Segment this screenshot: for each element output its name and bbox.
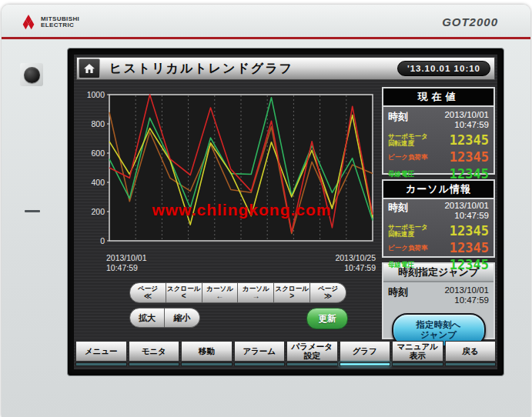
cursor-info-header: カーソル情報: [383, 181, 494, 199]
top-bezel-strip: MITSUBISHI ELECTRIC GOT2000: [2, 5, 530, 39]
cursor-param-row: サーボモータ 回転速度 12345: [383, 222, 494, 239]
tab-manual-display[interactable]: マニュアル 表示: [392, 341, 443, 366]
scroll-forward-button[interactable]: スクロール >: [274, 282, 310, 303]
chart-zoom-row: 拡大 縮小 更新: [129, 308, 346, 328]
y-tick-label: 1000: [87, 90, 105, 99]
time-jump-header: 時刻指定ジャンプ: [383, 264, 494, 282]
left-arrow-icon: ←: [216, 292, 224, 300]
zoom-out-button[interactable]: 縮小: [165, 308, 200, 328]
right-panel: 現在値 時刻 2013/10/01 10:47:59 サーボモータ 回転速度 1…: [382, 87, 495, 344]
home-button[interactable]: [79, 58, 100, 78]
model-label: GOT2000: [442, 15, 498, 28]
zoom-in-button[interactable]: 拡大: [129, 308, 165, 328]
current-param-row: ピーク負荷率 12345: [383, 148, 494, 165]
x-axis-end-label: 2013/10/25 10:47:59: [335, 253, 376, 273]
jump-time-row: 時刻 2013/10/01 10:47:59: [383, 282, 494, 307]
page-back-button[interactable]: ページ ≪: [129, 282, 166, 303]
tab-back[interactable]: 戻る: [445, 341, 497, 366]
mitsubishi-diamonds-icon: [20, 14, 37, 31]
bottom-menu-bar: メニュー モニタ 移動 アラーム パラメータ 設定 グラフ マニュアル 表示 戻…: [75, 341, 496, 366]
brand-text: MITSUBISHI ELECTRIC: [41, 16, 79, 29]
current-time-row: 時刻 2013/10/01 10:47:59: [383, 107, 494, 132]
bezel-button-knob: [24, 67, 40, 83]
tab-menu[interactable]: メニュー: [75, 341, 127, 366]
cursor-right-button[interactable]: カーソル →: [238, 282, 274, 303]
title-bar: ヒストリカルトレンドグラフ '13.10.01 10:10: [76, 57, 495, 80]
mitsubishi-logo: MITSUBISHI ELECTRIC: [20, 14, 79, 31]
touch-screen: ヒストリカルトレンドグラフ '13.10.01 10:10 0200400600…: [67, 48, 504, 376]
trend-chart-block: 02004006008001000 2013/10/01 10:47:59 20…: [83, 88, 379, 276]
hmi-device-bezel: MITSUBISHI ELECTRIC GOT2000 ヒストリ: [2, 5, 530, 417]
refresh-button[interactable]: 更新: [306, 308, 348, 329]
current-value-section: 現在値 時刻 2013/10/01 10:47:59 サーボモータ 回転速度 1…: [382, 87, 495, 175]
watermark: www.chlingkong.com: [152, 201, 331, 219]
bezel-usb-button[interactable]: [20, 63, 43, 86]
time-jump-section: 時刻指定ジャンプ 時刻 2013/10/01 10:47:59 指定時刻へ ジャ…: [382, 262, 495, 339]
tab-graph[interactable]: グラフ: [340, 341, 391, 366]
current-param-row: サーボモータ 回転速度 12345: [383, 132, 494, 148]
trend-chart: 02004006008001000: [83, 88, 379, 276]
page-title: ヒストリカルトレンドグラフ: [109, 61, 293, 77]
right-angle-icon: >: [289, 292, 294, 300]
bezel-led-indicator: [25, 210, 40, 212]
tab-alarm[interactable]: アラーム: [234, 341, 286, 366]
y-tick-label: 800: [91, 119, 105, 128]
double-left-arrow-icon: ≪: [144, 292, 152, 300]
tab-move[interactable]: 移動: [181, 341, 233, 366]
cursor-param-row: ピーク負荷率 12345: [383, 239, 494, 256]
right-arrow-icon: →: [252, 292, 259, 300]
x-axis-start-label: 2013/10/01 10:47:59: [106, 253, 147, 273]
double-right-arrow-icon: ≫: [324, 292, 332, 300]
current-value-header: 現在値: [383, 88, 494, 107]
scroll-back-button[interactable]: スクロール <: [166, 282, 202, 303]
chart-control-row: ページ ≪ スクロール < カーソル ← カーソル →: [129, 282, 346, 303]
clock-display: '13.10.01 10:10: [397, 61, 490, 76]
display-area: ヒストリカルトレンドグラフ '13.10.01 10:10 0200400600…: [74, 55, 497, 369]
y-tick-label: 200: [91, 207, 105, 216]
tab-monitor[interactable]: モニタ: [129, 341, 180, 366]
y-tick-label: 400: [91, 178, 105, 187]
cursor-left-button[interactable]: カーソル ←: [202, 282, 239, 303]
screenshot-root: MITSUBISHI ELECTRIC GOT2000 ヒストリ: [0, 0, 532, 417]
tab-parameter-settings[interactable]: パラメータ 設定: [286, 341, 338, 366]
home-icon: [83, 62, 95, 75]
cursor-info-section: カーソル情報 時刻 2013/10/01 10:47:59 サーボモータ 回転速…: [382, 179, 495, 258]
left-angle-icon: <: [182, 292, 186, 300]
y-tick-label: 0: [100, 236, 105, 245]
page-forward-button[interactable]: ページ ≫: [310, 282, 346, 303]
y-tick-label: 600: [91, 148, 105, 158]
cursor-time-row: 時刻 2013/10/01 10:47:59: [383, 199, 494, 222]
